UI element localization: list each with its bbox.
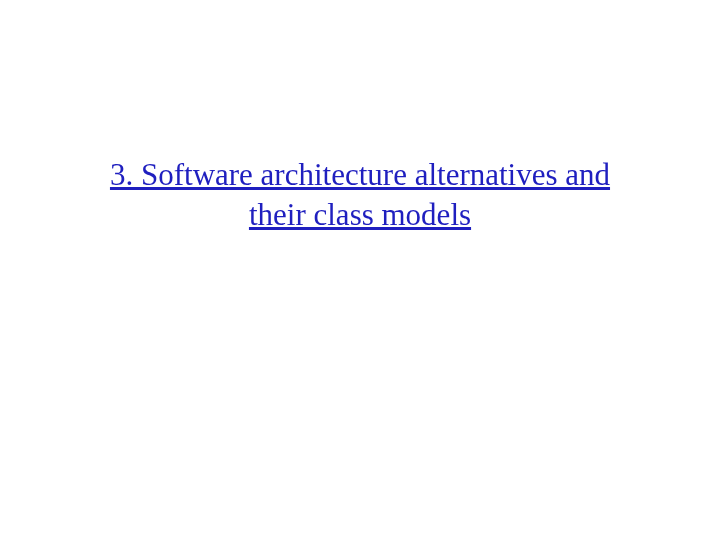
slide-title: 3. Software architecture alternatives an… bbox=[0, 155, 720, 236]
